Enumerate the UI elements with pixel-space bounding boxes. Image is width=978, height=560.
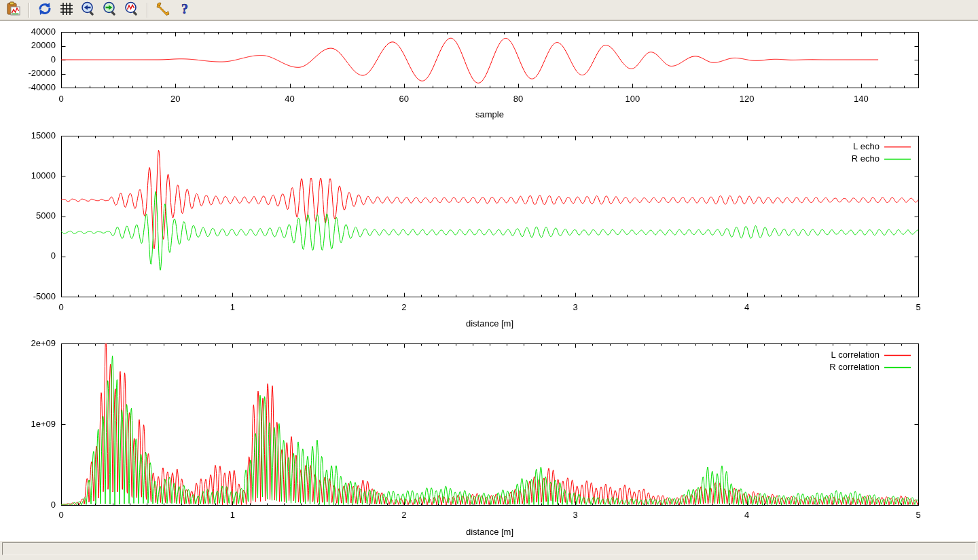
plot-area <box>0 21 978 541</box>
configure-button[interactable] <box>153 1 173 19</box>
magnifier-left-arrow-icon <box>80 1 96 19</box>
status-bar <box>2 542 976 555</box>
help-button[interactable]: ? <box>175 1 194 19</box>
refresh-icon <box>37 1 53 19</box>
grid-icon <box>58 1 75 19</box>
gnuplot-window: ? <box>0 0 978 560</box>
grid-button[interactable] <box>57 1 76 19</box>
clipboard-plot-icon <box>5 1 22 19</box>
plot-canvas[interactable] <box>0 21 978 541</box>
zoom-previous-button[interactable] <box>79 1 98 19</box>
wrench-icon <box>155 1 171 19</box>
question-mark-icon: ? <box>177 1 193 19</box>
copy-to-clipboard-button[interactable] <box>4 1 23 19</box>
zoom-next-button[interactable] <box>101 1 120 19</box>
toolbar: ? <box>0 0 978 21</box>
autoscale-button[interactable] <box>122 1 141 19</box>
toolbar-separator <box>147 3 148 18</box>
statusbar-area <box>0 541 978 560</box>
magnifier-plot-icon <box>124 1 140 19</box>
toolbar-separator <box>29 3 30 18</box>
magnifier-right-arrow-icon <box>102 1 118 19</box>
replot-button[interactable] <box>35 1 54 19</box>
svg-text:?: ? <box>181 1 188 16</box>
